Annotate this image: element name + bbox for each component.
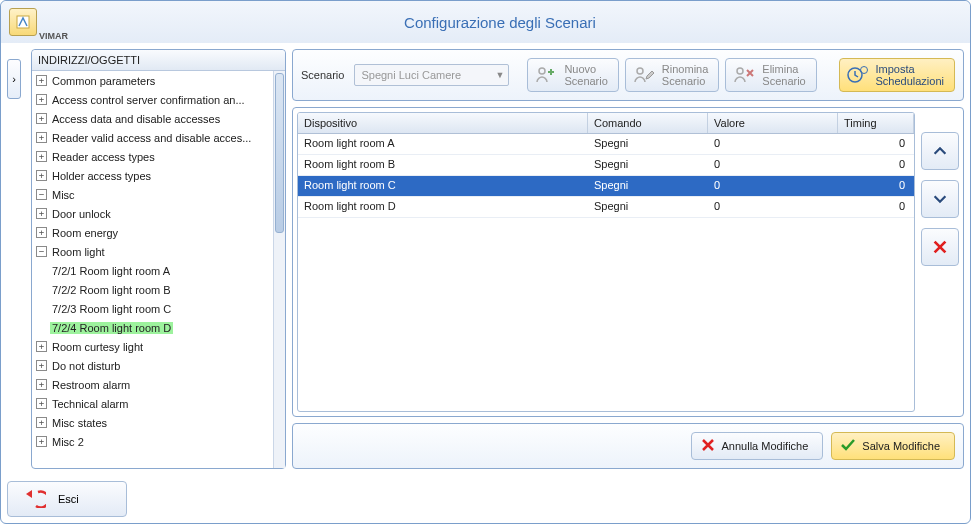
tree-item-misc-2[interactable]: +Misc 2 bbox=[32, 433, 273, 450]
tree-item-room-light-d[interactable]: 7/2/4 Room light room D bbox=[32, 319, 273, 336]
cancel-button-label: Annulla Modifiche bbox=[722, 440, 809, 452]
expand-icon[interactable]: + bbox=[36, 132, 47, 143]
cell-device: Room light room C bbox=[298, 176, 588, 196]
table-row[interactable]: Room light room DSpegni00 bbox=[298, 197, 914, 218]
svg-point-5 bbox=[860, 67, 867, 74]
cancel-button[interactable]: Annulla Modifiche bbox=[691, 432, 824, 460]
main-panel: Dispositivo Comando Valore Timing Room l… bbox=[292, 107, 964, 417]
expand-icon[interactable]: + bbox=[36, 341, 47, 352]
expand-icon[interactable]: + bbox=[36, 360, 47, 371]
collapse-icon[interactable]: − bbox=[36, 189, 47, 200]
expand-icon[interactable]: + bbox=[36, 170, 47, 181]
window-title: Configurazione degli Scenari bbox=[68, 14, 932, 31]
col-command[interactable]: Comando bbox=[588, 113, 708, 133]
cell-value: 0 bbox=[708, 176, 838, 196]
people-plus-icon bbox=[534, 63, 558, 87]
cell-command: Spegni bbox=[588, 176, 708, 196]
expand-icon[interactable]: + bbox=[36, 227, 47, 238]
tree-item-room-light-a[interactable]: 7/2/1 Room light room A bbox=[32, 262, 273, 279]
tree-item-door-unlock[interactable]: +Door unlock bbox=[32, 205, 273, 222]
tree-item-misc[interactable]: −Misc bbox=[32, 186, 273, 203]
scenario-label: Scenario bbox=[301, 69, 344, 81]
table-row[interactable]: Room light room ASpegni00 bbox=[298, 134, 914, 155]
exit-button-label: Esci bbox=[58, 493, 79, 505]
cell-timing: 0 bbox=[838, 134, 914, 154]
expand-icon[interactable]: + bbox=[36, 151, 47, 162]
cell-timing: 0 bbox=[838, 155, 914, 175]
expand-icon[interactable]: + bbox=[36, 398, 47, 409]
cell-device: Room light room A bbox=[298, 134, 588, 154]
cell-command: Spegni bbox=[588, 197, 708, 217]
delete-scenario-button[interactable]: EliminaScenario bbox=[725, 58, 816, 92]
grid-body: Room light room ASpegni00Room light room… bbox=[298, 134, 914, 411]
bottom-bar: Esci bbox=[1, 475, 970, 523]
cell-command: Spegni bbox=[588, 155, 708, 175]
tree-item-access-control-server[interactable]: +Access control server confirmation an..… bbox=[32, 91, 273, 108]
svg-point-2 bbox=[637, 68, 643, 74]
expand-icon[interactable]: + bbox=[36, 94, 47, 105]
brand-label: VIMAR bbox=[39, 31, 68, 41]
col-value[interactable]: Valore bbox=[708, 113, 838, 133]
clock-gear-icon bbox=[846, 63, 870, 87]
move-up-button[interactable] bbox=[921, 132, 959, 170]
expand-icon[interactable]: + bbox=[36, 113, 47, 124]
expand-icon[interactable]: + bbox=[36, 436, 47, 447]
tree-item-technical-alarm[interactable]: +Technical alarm bbox=[32, 395, 273, 412]
new-scenario-button[interactable]: NuovoScenario bbox=[527, 58, 618, 92]
scrollbar-thumb[interactable] bbox=[275, 73, 284, 233]
grid-header: Dispositivo Comando Valore Timing bbox=[298, 113, 914, 134]
panel-expand-handle[interactable]: › bbox=[7, 59, 21, 99]
tree-item-reader-valid-access[interactable]: +Reader valid access and disable acces..… bbox=[32, 129, 273, 146]
cell-value: 0 bbox=[708, 155, 838, 175]
move-down-button[interactable] bbox=[921, 180, 959, 218]
tree-item-room-light-c[interactable]: 7/2/3 Room light room C bbox=[32, 300, 273, 317]
toolbar-panel: Scenario Spegni Luci Camere ▼ NuovoScena… bbox=[292, 49, 964, 101]
chevron-down-icon: ▼ bbox=[496, 70, 505, 80]
footer-panel: Annulla Modifiche Salva Modifiche bbox=[292, 423, 964, 469]
tree-item-room-light[interactable]: −Room light bbox=[32, 243, 273, 260]
tree-item-room-light-b[interactable]: 7/2/2 Room light room B bbox=[32, 281, 273, 298]
cell-device: Room light room B bbox=[298, 155, 588, 175]
cell-device: Room light room D bbox=[298, 197, 588, 217]
svg-point-1 bbox=[539, 68, 545, 74]
tree-item-holder-access-types[interactable]: +Holder access types bbox=[32, 167, 273, 184]
tree-header: INDIRIZZI/OGGETTI bbox=[32, 50, 285, 71]
expand-icon[interactable]: + bbox=[36, 417, 47, 428]
cell-timing: 0 bbox=[838, 176, 914, 196]
save-button[interactable]: Salva Modifiche bbox=[831, 432, 955, 460]
tree-scrollbar[interactable] bbox=[273, 71, 285, 468]
tree-item-misc-states[interactable]: +Misc states bbox=[32, 414, 273, 431]
chevron-right-icon: › bbox=[12, 73, 16, 85]
scenario-grid: Dispositivo Comando Valore Timing Room l… bbox=[297, 112, 915, 412]
scenario-select-value: Spegni Luci Camere bbox=[361, 69, 461, 81]
svg-point-3 bbox=[737, 68, 743, 74]
col-timing[interactable]: Timing bbox=[838, 113, 914, 133]
tree-item-restroom-alarm[interactable]: +Restroom alarm bbox=[32, 376, 273, 393]
people-edit-icon bbox=[632, 63, 656, 87]
cell-value: 0 bbox=[708, 134, 838, 154]
expand-icon[interactable]: + bbox=[36, 75, 47, 86]
tree-item-access-data-disable[interactable]: +Access data and disable accesses bbox=[32, 110, 273, 127]
back-arrow-icon bbox=[22, 488, 46, 510]
exit-button[interactable]: Esci bbox=[7, 481, 127, 517]
cell-command: Spegni bbox=[588, 134, 708, 154]
scenario-select[interactable]: Spegni Luci Camere ▼ bbox=[354, 64, 509, 86]
tree-item-room-courtesy-light[interactable]: +Room curtesy light bbox=[32, 338, 273, 355]
tree-item-reader-access-types[interactable]: +Reader access types bbox=[32, 148, 273, 165]
tree-item-do-not-disturb[interactable]: +Do not disturb bbox=[32, 357, 273, 374]
expand-icon[interactable]: + bbox=[36, 379, 47, 390]
delete-row-button[interactable] bbox=[921, 228, 959, 266]
schedule-button[interactable]: ImpostaSchedulazioni bbox=[839, 58, 956, 92]
table-row[interactable]: Room light room CSpegni00 bbox=[298, 176, 914, 197]
app-logo bbox=[9, 8, 37, 36]
expand-icon[interactable]: + bbox=[36, 208, 47, 219]
tree-item-room-energy[interactable]: +Room energy bbox=[32, 224, 273, 241]
tree-panel: INDIRIZZI/OGGETTI +Common parameters +Ac… bbox=[31, 49, 286, 469]
collapse-icon[interactable]: − bbox=[36, 246, 47, 257]
check-icon bbox=[840, 437, 856, 455]
col-device[interactable]: Dispositivo bbox=[298, 113, 588, 133]
tree-item-common-parameters[interactable]: +Common parameters bbox=[32, 72, 273, 89]
table-row[interactable]: Room light room BSpegni00 bbox=[298, 155, 914, 176]
people-delete-icon bbox=[732, 63, 756, 87]
rename-scenario-button[interactable]: RinominaScenario bbox=[625, 58, 719, 92]
